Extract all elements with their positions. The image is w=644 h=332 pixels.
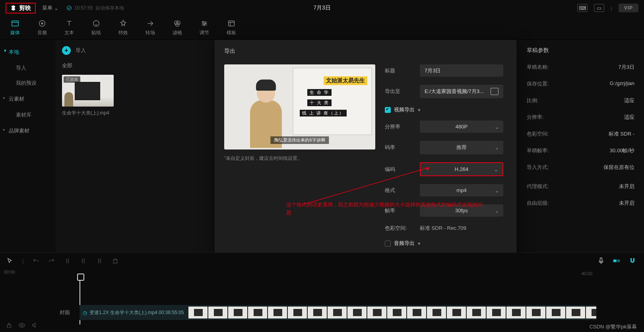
title-input[interactable]: [420, 64, 503, 77]
video-track[interactable]: ◷ 变速1.2X 生命学十大类(上).mp4 00:36:55:05: [80, 305, 596, 320]
draft-row: 分辨率:适应: [527, 114, 634, 121]
tab-effects-label: 特效: [118, 29, 128, 36]
draft-row: 代理模式:未开启: [527, 183, 634, 190]
timeline-right-tools: [597, 257, 637, 265]
pointer-icon[interactable]: [6, 257, 14, 264]
folder-icon[interactable]: [491, 88, 499, 95]
sidebar-item-import[interactable]: 导入: [0, 60, 56, 76]
sidebar-item-brand[interactable]: ▸品牌素材: [0, 122, 56, 139]
tab-sticker[interactable]: 贴纸: [91, 19, 101, 36]
draft-row: 保存位置:G:/gzrj/jian: [527, 80, 634, 87]
split-left-icon[interactable]: [80, 257, 87, 264]
add-media-button[interactable]: +: [62, 46, 71, 55]
thumbnail-image: 已添加 44:19: [62, 75, 114, 107]
preview-image: 文始派太易先生 生 命 学 十 大 类 线 上 讲 座（上） 陶弘景流传出来的6…: [224, 64, 375, 149]
timeline-toolbar: |: [0, 253, 644, 269]
tab-filter[interactable]: 滤镜: [173, 19, 182, 36]
clip-frames: [188, 307, 596, 318]
tab-adjust-label: 调节: [200, 29, 209, 36]
mic-icon[interactable]: [597, 257, 605, 265]
tab-adjust[interactable]: 调节: [200, 19, 209, 36]
video-export-section[interactable]: 视频导出▾: [385, 106, 503, 113]
checkbox-icon[interactable]: [385, 107, 391, 113]
tab-text-label: 文本: [64, 29, 74, 36]
sidebar-item-cloud[interactable]: ▸云素材: [0, 91, 56, 107]
eye-icon[interactable]: [18, 322, 25, 329]
app-logo: 剪映: [6, 3, 36, 14]
bitrate-select[interactable]: 推荐: [420, 141, 503, 154]
tab-media[interactable]: 媒体: [10, 19, 20, 36]
tab-template-label: 模板: [227, 29, 236, 36]
draft-row: 草稿帧率:30.00帧/秒: [527, 147, 634, 154]
tab-audio-label: 音频: [37, 29, 47, 36]
caret-icon: ▼: [3, 49, 7, 53]
svg-point-19: [21, 324, 23, 326]
autosave-time: 10:57:55: [74, 5, 93, 11]
ruler-end: 40:00: [581, 271, 592, 276]
timeline: | 00:00 40:00 封面 ◷ 变速1.2X 生命学十大类(上).mp4 …: [0, 252, 644, 332]
watermark: CSDN @繁华pk落幕: [590, 323, 637, 330]
fps-select[interactable]: 30fps: [420, 204, 503, 217]
export-dialog-title: 导出: [224, 48, 507, 55]
chevron-down-icon: ⌄: [54, 5, 58, 11]
format-label: 格式: [385, 187, 420, 194]
menu-label: 菜单: [42, 4, 52, 12]
media-thumbnail[interactable]: 已添加 44:19 生命学十大类(上).mp4: [62, 75, 114, 116]
codec-select[interactable]: H.264: [420, 162, 503, 176]
titlebar: 剪映 菜单 ⌄ 10:57:55 自动保存本地 7月3日 ⌨ ▭ | VIP: [0, 0, 644, 16]
sidebar-local-label: 本地: [9, 49, 19, 55]
redo-icon[interactable]: [48, 257, 55, 264]
resolution-select[interactable]: 480P: [420, 120, 503, 133]
delete-icon[interactable]: [112, 257, 119, 264]
layout-icon[interactable]: ▭: [594, 4, 604, 12]
split-right-icon[interactable]: [96, 257, 103, 264]
tab-template[interactable]: 模板: [227, 19, 236, 36]
keyboard-icon[interactable]: ⌨: [577, 4, 588, 12]
draft-row: 导入方式:保留在原有位: [527, 164, 634, 171]
autosave-text: 自动保存本地: [95, 5, 124, 12]
magnet-icon[interactable]: [628, 257, 637, 265]
sidebar-cloud-label: 云素材: [9, 96, 24, 102]
undo-icon[interactable]: [32, 257, 39, 264]
resolution-label: 分辨率: [385, 123, 420, 130]
draft-row: 色彩空间:标准 SDR -: [527, 130, 634, 138]
svg-point-9: [205, 23, 206, 24]
chevron-down-icon: ▾: [418, 241, 421, 247]
caret-icon: ▸: [3, 127, 5, 132]
path-field-label: 导出至: [385, 88, 420, 95]
codec-label: 编码: [385, 166, 420, 173]
tool-tabs: 媒体 音频 文本 贴纸 特效 转场 滤镜 调节 模板: [0, 16, 644, 40]
checkbox-icon[interactable]: [385, 241, 391, 247]
sidebar-item-library[interactable]: 素材库: [0, 107, 56, 122]
tab-transition[interactable]: 转场: [145, 19, 155, 36]
toggle-track-icon[interactable]: [612, 257, 621, 265]
preview-black-label: 线 上 讲 座（上）: [300, 110, 347, 116]
tab-audio[interactable]: 音频: [37, 19, 47, 36]
divider: |: [22, 258, 23, 264]
sidebar-item-presets[interactable]: 我的预设: [0, 76, 56, 91]
speed-icon: ◷: [83, 310, 87, 316]
split-icon[interactable]: [64, 257, 71, 264]
fps-label: 帧率: [385, 207, 420, 214]
cover-button[interactable]: 封面: [60, 309, 70, 316]
vip-badge[interactable]: VIP: [619, 4, 638, 12]
format-select[interactable]: mp4: [420, 184, 503, 196]
tab-effects[interactable]: 特效: [118, 19, 128, 36]
audio-export-section[interactable]: 音频导出▾: [385, 240, 503, 247]
menu-button[interactable]: 菜单 ⌄: [42, 4, 58, 12]
mute-icon[interactable]: [31, 322, 38, 329]
preview-note: "未自定义封面，建议去时间线设置。: [224, 155, 375, 162]
svg-rect-1: [12, 21, 19, 26]
import-label: 导入: [76, 47, 86, 54]
path-input[interactable]: E:/大道家园音视频/7月3...: [420, 85, 503, 98]
draft-row: 比例:适应: [527, 97, 634, 104]
app-name: 剪映: [19, 4, 31, 12]
sidebar-item-local[interactable]: ▼本地: [0, 44, 56, 60]
clip-label: 变速1.2X 生命学十大类(上).mp4 00:36:55:05: [89, 309, 184, 316]
lock-icon[interactable]: [6, 322, 13, 329]
tab-text[interactable]: 文本: [64, 19, 74, 36]
ruler-mark: 00:00: [4, 270, 15, 274]
draft-row: 草稿名称:7月3日: [527, 64, 634, 71]
svg-point-3: [41, 23, 43, 24]
timeline-ruler[interactable]: 00:00: [0, 269, 644, 278]
